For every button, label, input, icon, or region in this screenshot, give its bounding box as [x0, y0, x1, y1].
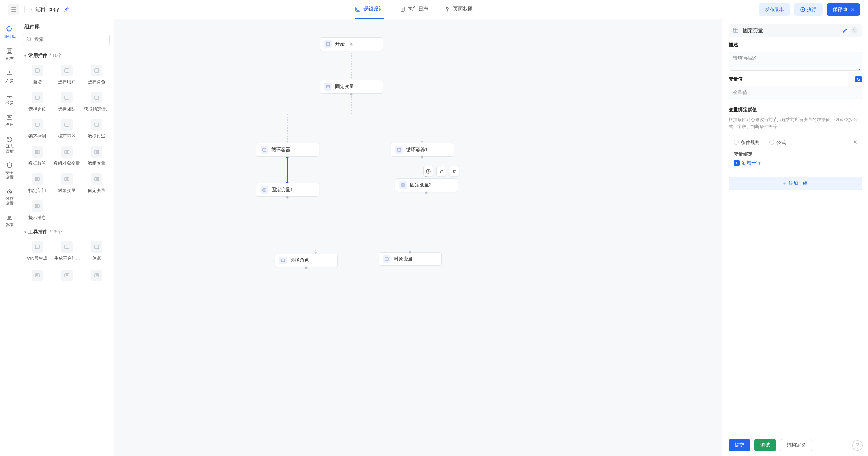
node-select-role[interactable]: 选择角色	[275, 254, 338, 267]
edit-title-button[interactable]	[842, 28, 848, 33]
publish-button[interactable]: 发布版本	[759, 3, 790, 16]
node-copy-button[interactable]	[436, 166, 446, 176]
add-line-button[interactable]: + 新增一行	[734, 160, 857, 166]
component-tile-icon	[32, 146, 43, 158]
library-item[interactable]: 选择团队	[53, 90, 81, 114]
list-icon	[11, 7, 16, 12]
component-library-panel: 组件库 ▾ 常用插件 / 16个 自增选择用户选择角色选择岗位选择团队获取指定请…	[19, 19, 114, 456]
rail-version[interactable]: 版本	[1, 211, 18, 231]
node-obj-var[interactable]: 对象变量	[379, 252, 442, 266]
save-button[interactable]: 保存ctrl+s	[827, 3, 860, 16]
run-button[interactable]: 执行	[794, 3, 823, 16]
library-item[interactable]: VIN号生成	[23, 239, 52, 263]
svg-rect-12	[7, 115, 12, 119]
radio-rule[interactable]: 条件规则	[734, 140, 760, 146]
node-delete-button[interactable]	[449, 166, 459, 176]
library-item[interactable]	[82, 267, 111, 283]
component-label: 选择团队	[58, 106, 76, 112]
library-item[interactable]: 选择角色	[82, 63, 111, 87]
plus-icon: +	[783, 180, 787, 186]
component-tile-icon	[91, 146, 102, 158]
component-tile-icon	[91, 173, 102, 185]
svg-point-1	[11, 9, 12, 9]
component-label: 循环控制	[28, 133, 46, 139]
component-label: 获取指定请...	[84, 106, 110, 112]
fx-button[interactable]: fx	[855, 76, 862, 82]
library-item[interactable]: 选择用户	[53, 63, 81, 87]
rail-component-lib[interactable]: 组件库	[1, 23, 18, 42]
library-item[interactable]: 生成平台唯...	[53, 239, 81, 263]
lock-icon	[445, 6, 450, 12]
node-icon	[324, 83, 332, 91]
svg-rect-19	[35, 96, 39, 99]
node-info-button[interactable]	[423, 166, 433, 176]
library-item[interactable]: 休眠	[82, 239, 111, 263]
library-item[interactable]: 指定部门	[23, 171, 52, 196]
menu-toggle-button[interactable]	[8, 4, 19, 15]
library-item[interactable]: 数据过滤	[82, 117, 111, 141]
rail-out-params[interactable]: 出参	[1, 89, 18, 108]
library-item[interactable]: 数组变量	[82, 144, 111, 168]
node-fixed-var2[interactable]: 固定变量2	[395, 178, 458, 192]
svg-rect-8	[7, 49, 12, 54]
library-item[interactable]: 选择岗位	[23, 90, 52, 114]
node-icon	[261, 186, 268, 194]
svg-point-6	[446, 7, 448, 9]
submit-button[interactable]: 提交	[729, 439, 750, 451]
tab-exec-log[interactable]: 执行日志	[400, 0, 428, 19]
component-label: 选择用户	[58, 79, 76, 85]
search-input[interactable]	[23, 34, 110, 45]
library-item[interactable]: 固定变量	[82, 171, 111, 196]
svg-point-0	[11, 7, 12, 8]
rail-security[interactable]: 安全 设置	[1, 159, 18, 183]
component-tile-icon	[32, 119, 43, 131]
library-item[interactable]: 提示消息	[23, 198, 52, 223]
component-tile-icon	[61, 119, 73, 131]
tab-page-perm[interactable]: 页面权限	[445, 0, 473, 19]
tab-logic-design[interactable]: 逻辑设计	[355, 0, 384, 19]
radio-formula[interactable]: 公式	[769, 140, 786, 146]
node-loop[interactable]: 循环容器	[256, 143, 319, 157]
rail-canvas[interactable]: 画布	[1, 45, 18, 64]
node-loop1[interactable]: 循环容器1	[391, 143, 454, 157]
library-item[interactable]: 获取指定请...	[82, 90, 111, 114]
test-button[interactable]: 调试	[754, 439, 776, 451]
desc-label: 描述	[729, 42, 862, 48]
rail-cache[interactable]: 缓存 设置	[1, 185, 18, 209]
remove-group-button[interactable]: ✕	[853, 139, 857, 145]
library-item[interactable]: 数据校验	[23, 144, 52, 168]
library-item[interactable]: 数组对象变量	[53, 144, 81, 168]
library-item[interactable]: 循环控制	[23, 117, 52, 141]
component-label: 数组对象变量	[54, 160, 80, 166]
rail-description[interactable]: 描述	[1, 111, 18, 131]
rail-log-replay[interactable]: 日志 回放	[1, 133, 18, 157]
rail-in-params[interactable]: 入参	[1, 67, 18, 86]
library-item[interactable]: 自增	[23, 63, 52, 87]
group-tool-header[interactable]: ▾ 工具插件 / 25个	[22, 225, 112, 238]
edit-icon[interactable]	[64, 7, 69, 12]
stopwatch-icon	[6, 188, 13, 195]
svg-rect-26	[65, 150, 69, 154]
group-common-header[interactable]: ▾ 常用插件 / 16个	[22, 49, 112, 61]
library-item[interactable]: 对象变量	[53, 171, 81, 196]
library-item[interactable]	[23, 267, 52, 283]
struct-def-button[interactable]: 结构定义	[780, 439, 812, 451]
edge-dot	[409, 251, 411, 254]
add-group-button[interactable]: + 添加一组	[729, 177, 862, 190]
inspector-panel: 固定变量 ? 描述 变量值 fx 变量值 变量绑定赋值 根据条件动态修改当前节点…	[722, 19, 868, 456]
node-fixed-var1[interactable]: 固定变量1	[256, 183, 319, 197]
node-icon	[399, 181, 407, 189]
svg-rect-42	[263, 148, 266, 151]
floating-help-button[interactable]: ?	[852, 440, 863, 451]
node-fixed-var[interactable]: 固定变量	[320, 80, 383, 94]
value-input[interactable]: 变量值	[729, 86, 862, 99]
desc-input[interactable]	[729, 52, 862, 71]
library-item[interactable]	[53, 267, 81, 283]
flow-canvas[interactable]: 开始 固定变量 循环容器 循环容器1 固定变量1	[114, 19, 722, 456]
svg-rect-16	[35, 69, 39, 72]
component-tile-icon	[91, 241, 102, 253]
out-icon	[6, 92, 13, 99]
help-button[interactable]: ?	[851, 27, 858, 34]
svg-rect-22	[35, 123, 39, 126]
library-item[interactable]: 循环容器	[53, 117, 81, 141]
